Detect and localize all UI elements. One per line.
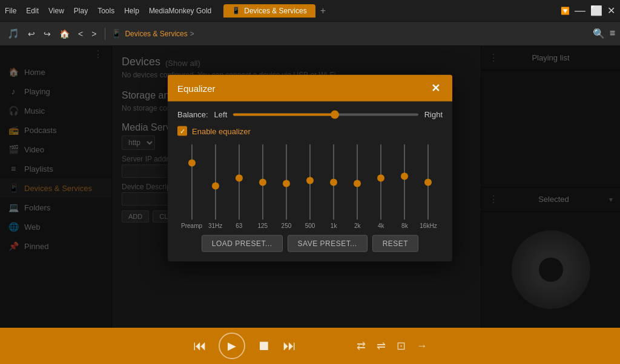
menu-tools[interactable]: Tools [97,7,114,15]
eq-band-thumb-125hz[interactable] [259,178,266,186]
play-icon: ▶ [228,339,236,353]
redo-button[interactable]: ↪ [41,28,53,40]
home-button[interactable]: 🏠 [57,28,72,40]
eq-band-thumb-63hz[interactable] [236,175,243,182]
undo-button[interactable]: ↩ [25,28,38,40]
menu-brand[interactable]: MediaMonkey Gold [149,7,211,15]
eq-band-thumb-31hz[interactable] [212,182,219,189]
eq-band-thumb-4khz[interactable] [377,175,384,182]
eq-band-track-31hz[interactable] [215,145,216,220]
menu-view[interactable]: View [48,7,64,15]
reset-button[interactable]: RESET [372,235,419,252]
cast-button[interactable]: ⊡ [397,339,406,353]
breadcrumb: Devices & Services > [125,30,194,38]
eq-band-thumb-16khz[interactable] [424,178,432,186]
toolbar-separator [105,28,105,40]
equalizer-header: Equalizer ✕ [168,75,452,102]
eq-band-track-16khz[interactable] [427,145,429,220]
eq-band-track-500hz[interactable] [309,145,311,220]
eq-band-label-500hz: 500 [305,223,315,229]
eq-band-31hz: 31Hz [203,145,227,229]
balance-slider[interactable] [233,113,418,115]
columns-button[interactable]: ≡ [610,28,615,39]
eq-band-4khz: 4k [369,145,393,229]
eq-band-500hz: 500 [298,145,322,229]
eq-band-track-8khz[interactable] [404,145,405,220]
tab-device-icon: 📱 [232,7,240,15]
breadcrumb-device-icon: 📱 [111,29,121,38]
equalizer-title: Equalizer [177,83,216,93]
eq-band-thumb-1khz[interactable] [330,178,337,186]
back-button[interactable]: < [76,28,85,40]
eq-band-track-250hz[interactable] [286,145,287,220]
close-button[interactable]: ✕ [607,5,615,16]
title-bar: File Edit View Play Tools Help MediaMonk… [0,0,620,22]
eq-band-thumb-500hz[interactable] [306,177,314,184]
player-bar: ⏮ ▶ ⏹ ⏭ ⇄ ⇌ ⊡ → [0,328,620,364]
eq-band-label-125hz: 125 [257,223,268,229]
shuffle-button[interactable]: ⇌ [377,339,386,353]
eq-band-preamp: Preamp [180,145,203,229]
balance-thumb[interactable] [331,110,339,119]
equalizer-close-button[interactable]: ✕ [428,81,443,96]
search-button[interactable]: 🔍 [593,28,605,39]
eq-band-track-1khz[interactable] [333,145,334,220]
balance-fill [233,113,335,115]
enable-checkbox[interactable]: ✓ [177,126,187,136]
menu-help[interactable]: Help [124,7,139,15]
enable-label: Enable equalizer [192,126,251,135]
menu-edit[interactable]: Edit [26,7,39,15]
next-button[interactable]: ⏭ [283,338,296,354]
eq-band-thumb-250hz[interactable] [283,180,290,187]
eq-band-track-125hz[interactable] [262,145,263,220]
eq-band-250hz: 250 [274,145,298,229]
eq-band-125hz: 125 [251,145,274,229]
eq-band-label-4khz: 4k [378,223,384,229]
eq-band-thumb-2khz[interactable] [354,180,361,187]
main-layout: ⋮ 🏠 Home ♪ Playing 🎧 Music 📻 Podcasts 🎬 … [0,46,620,328]
eq-band-label-31hz: 31Hz [208,223,222,229]
add-tab-button[interactable]: + [320,5,326,16]
eq-band-label-2khz: 2k [354,223,361,229]
eq-band-thumb-preamp[interactable] [188,160,196,167]
title-tab-label: Devices & Services [244,7,306,15]
eq-band-label-63hz: 63 [236,223,242,229]
load-preset-button[interactable]: LOAD PRESET... [202,235,283,252]
eq-band-2khz: 2k [346,145,369,229]
minimize-button[interactable]: — [575,4,585,17]
toolbar-right: 🔍 ≡ [593,28,615,39]
breadcrumb-item[interactable]: Devices & Services [125,30,187,38]
arrow-button[interactable]: → [417,340,427,353]
prev-button[interactable]: ⏮ [193,338,206,354]
eq-band-track-preamp[interactable] [191,145,193,220]
eq-band-label-8khz: 8k [401,223,408,229]
maximize-button[interactable]: ⬜ [590,5,602,16]
menu-bar: File Edit View Play Tools Help MediaMonk… [5,7,211,15]
eq-band-track-63hz[interactable] [239,145,240,220]
eq-band-label-preamp: Preamp [181,223,202,229]
repeat-button[interactable]: ⇄ [357,339,366,353]
enable-row: ✓ Enable equalizer [177,126,443,136]
save-preset-button[interactable]: SAVE PRESET... [288,235,368,252]
eq-band-63hz: 63 [227,145,251,229]
eq-band-8khz: 8k [393,145,417,229]
balance-row: Balance: Left Right [177,110,443,119]
eq-band-thumb-8khz[interactable] [401,172,408,180]
eq-sliders: Preamp31Hz631252505001k2k4k8k16kHz [177,145,443,229]
title-tab-devices[interactable]: 📱 Devices & Services [223,4,315,18]
equalizer-body: Balance: Left Right ✓ Enable equalizer P… [168,102,452,262]
eq-band-track-4khz[interactable] [380,145,381,220]
eq-band-label-250hz: 250 [282,223,292,229]
player-right-controls: ⇄ ⇌ ⊡ → [357,339,427,353]
menu-play[interactable]: Play [74,7,88,15]
dropdown-icon[interactable]: 🔽 [561,7,570,15]
eq-actions: LOAD PRESET... SAVE PRESET... RESET [177,235,443,252]
menu-file[interactable]: File [5,7,16,15]
stop-button[interactable]: ⏹ [257,338,271,354]
balance-label: Balance: [177,110,208,119]
play-button[interactable]: ▶ [219,333,245,359]
balance-right-label: Right [424,110,443,119]
forward-button[interactable]: > [89,28,99,40]
eq-band-track-2khz[interactable] [357,145,358,220]
window-controls: 🔽 — ⬜ ✕ [561,4,615,17]
